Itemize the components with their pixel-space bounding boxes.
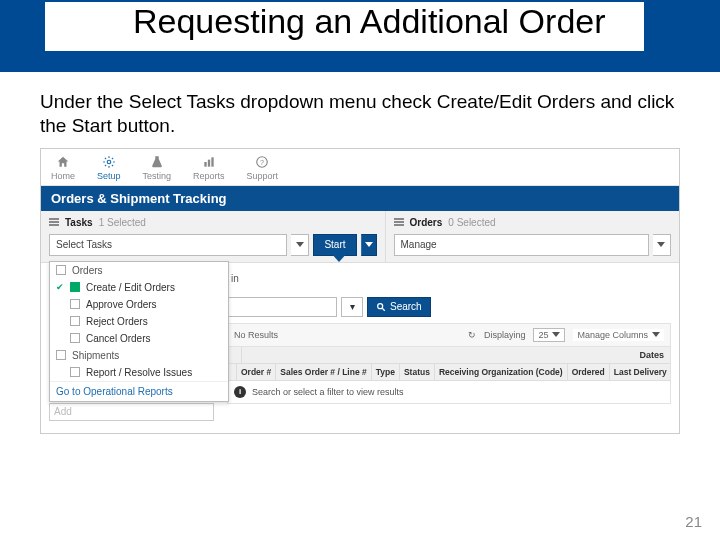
grid-columns: Order # Sales Order # / Line # Type Stat… — [228, 364, 670, 381]
nav-label: Home — [51, 171, 75, 181]
search-label: Search — [390, 301, 422, 312]
nav-testing[interactable]: Testing — [143, 155, 172, 181]
filter-icon: ▾ — [350, 301, 355, 312]
manage-columns-button[interactable]: Manage Columns — [573, 329, 664, 341]
opt-label: Reject Orders — [86, 316, 148, 327]
slide-instruction: Under the Select Tasks dropdown menu che… — [0, 72, 720, 148]
orders-icon — [394, 218, 404, 226]
tasks-count: 1 Selected — [99, 217, 146, 228]
col-last-delivery[interactable]: Last Delivery — [610, 364, 671, 380]
opt-label: Cancel Orders — [86, 333, 150, 344]
slide-title-wrap: Requesting an Additional Order — [45, 2, 644, 51]
manage-columns-label: Manage Columns — [577, 330, 648, 340]
nav-label: Support — [247, 171, 279, 181]
app-screenshot: Home Setup Testing Reports ? Support Ord… — [40, 148, 680, 434]
results-grid: Dates Order # Sales Order # / Line # Typ… — [227, 347, 671, 404]
lower-content: Sales Order # Add Type Add Orders Create… — [41, 263, 679, 433]
results-bar: No Results Displaying 25 Manage Columns — [227, 323, 671, 347]
checkbox-icon — [70, 333, 80, 343]
group-shipments: Shipments — [50, 347, 228, 364]
chart-icon — [202, 155, 216, 169]
manage-dropdown[interactable]: Manage — [394, 234, 649, 256]
svg-point-6 — [378, 303, 383, 308]
caret-down-icon — [657, 242, 665, 247]
search-button[interactable]: Search — [367, 297, 431, 317]
select-tasks-dropdown[interactable]: Select Tasks — [49, 234, 287, 256]
manage-text: Manage — [401, 239, 437, 250]
opt-approve-orders[interactable]: Approve Orders — [50, 296, 228, 313]
checkbox-icon[interactable] — [56, 350, 66, 360]
displaying-label: Displaying — [484, 330, 526, 340]
orders-panel: Orders 0 Selected Manage — [386, 211, 679, 262]
opt-label: Approve Orders — [86, 299, 157, 310]
grid-header-top: Dates — [228, 347, 670, 364]
search-row: ▾ Search — [227, 297, 671, 317]
opt-cancel-orders[interactable]: Cancel Orders — [50, 330, 228, 347]
start-label: Start — [324, 239, 345, 250]
dates-header: Dates — [633, 347, 670, 363]
svg-rect-2 — [208, 159, 210, 166]
link-operational-reports[interactable]: Go to Operational Reports — [50, 381, 228, 401]
opt-reject-orders[interactable]: Reject Orders — [50, 313, 228, 330]
orders-count: 0 Selected — [448, 217, 495, 228]
grid-info-text: Search or select a filter to view result… — [252, 387, 404, 397]
grid-empty-row: i Search or select a filter to view resu… — [228, 381, 670, 403]
col-sales-order[interactable]: Sales Order # / Line # — [276, 364, 371, 380]
caret-down-icon — [652, 332, 660, 337]
help-icon: ? — [255, 155, 269, 169]
home-icon — [56, 155, 70, 169]
group-orders: Orders — [50, 262, 228, 279]
select-tasks-menu: Orders Create / Edit Orders Approve Orde… — [49, 261, 229, 402]
callout-arrow-icon — [330, 252, 348, 262]
col-type[interactable]: Type — [372, 364, 400, 380]
svg-point-0 — [107, 160, 111, 164]
nav-reports[interactable]: Reports — [193, 155, 225, 181]
orders-label: Orders — [410, 217, 443, 228]
caret-down-icon — [552, 332, 560, 337]
search-input[interactable] — [227, 297, 337, 317]
admin-suffix: in — [231, 273, 239, 284]
col-status[interactable]: Status — [400, 364, 435, 380]
group-label: Shipments — [72, 350, 119, 361]
select-tasks-text: Select Tasks — [56, 239, 112, 250]
section-title: Orders & Shipment Tracking — [41, 186, 679, 211]
col-receiving-org[interactable]: Receiving Organization (Code) — [435, 364, 568, 380]
opt-label: Report / Resolve Issues — [86, 367, 192, 378]
opt-create-edit-orders[interactable]: Create / Edit Orders — [50, 279, 228, 296]
checkbox-icon — [70, 316, 80, 326]
slide-title-bar: Requesting an Additional Order — [0, 0, 720, 72]
expand-col — [228, 364, 237, 380]
slide-title: Requesting an Additional Order — [115, 2, 624, 45]
caret-down-icon — [296, 242, 304, 247]
start-split-caret[interactable] — [361, 234, 377, 256]
svg-text:?: ? — [260, 158, 264, 165]
col-order-num[interactable]: Order # — [237, 364, 276, 380]
no-results-text: No Results — [234, 330, 278, 340]
nav-support[interactable]: ? Support — [247, 155, 279, 181]
select-tasks-caret[interactable] — [291, 234, 309, 256]
page-number: 21 — [685, 513, 702, 530]
tasks-icon — [49, 218, 59, 226]
search-icon — [376, 302, 386, 312]
refresh-icon[interactable] — [468, 330, 476, 340]
caret-down-icon — [365, 242, 373, 247]
svg-rect-1 — [204, 162, 206, 167]
tasks-label: Tasks — [65, 217, 93, 228]
page-size-value: 25 — [538, 330, 548, 340]
svg-rect-3 — [211, 157, 213, 166]
nav-home[interactable]: Home — [51, 155, 75, 181]
nav-label: Testing — [143, 171, 172, 181]
nav-label: Reports — [193, 171, 225, 181]
opt-report-resolve[interactable]: Report / Resolve Issues — [50, 364, 228, 381]
tasks-header: Tasks 1 Selected — [49, 217, 377, 228]
page-size-select[interactable]: 25 — [533, 328, 565, 342]
manage-caret[interactable] — [653, 234, 671, 256]
type-input[interactable]: Add — [49, 403, 214, 421]
opt-label: Create / Edit Orders — [86, 282, 175, 293]
info-icon: i — [234, 386, 246, 398]
checkbox-icon[interactable] — [56, 265, 66, 275]
col-ordered[interactable]: Ordered — [568, 364, 610, 380]
filter-toggle-button[interactable]: ▾ — [341, 297, 363, 317]
nav-setup[interactable]: Setup — [97, 155, 121, 181]
placeholder-text: Add — [54, 406, 72, 417]
